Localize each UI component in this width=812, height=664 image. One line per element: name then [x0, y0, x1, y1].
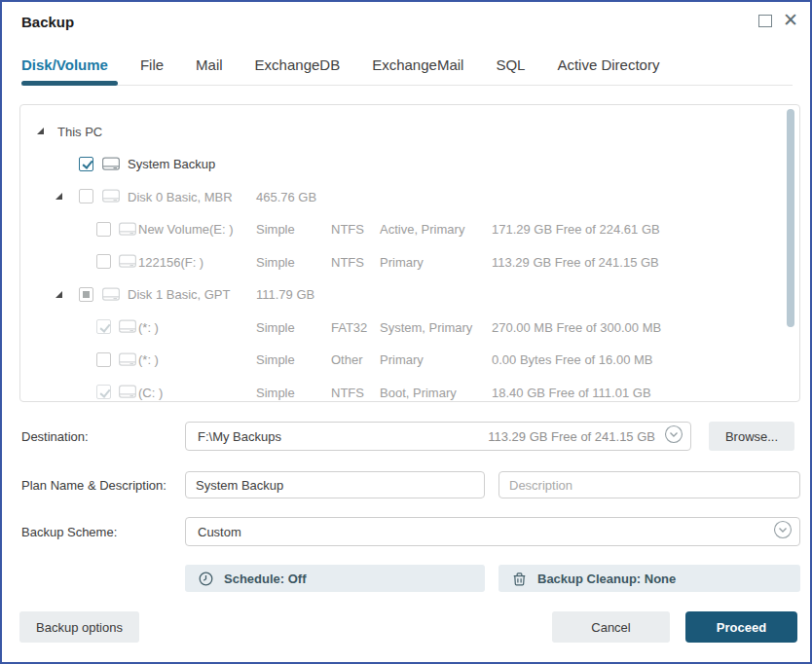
plan-name-label: Plan Name & Description: [21, 478, 166, 493]
hard-drive-icon [102, 157, 120, 174]
destination-label: Destination: [21, 429, 89, 444]
tree-row-3-new-volume-e[interactable]: New Volume(E: )SimpleNTFSActive, Primary… [20, 213, 799, 246]
tab-bar: Disk/VolumeFileMailExchangeDBExchangeMai… [21, 56, 659, 73]
destination-row: Destination: F:\My Backups 113.29 GB Fre… [2, 422, 810, 451]
hard-drive-icon [119, 222, 136, 240]
tree-row-6-[interactable]: (*: )SimpleFAT32System, Primary270.00 MB… [20, 311, 799, 344]
col-filesystem: NTFS [331, 222, 364, 237]
item-name: This PC [57, 124, 102, 138]
col-attributes: Active, Primary [380, 222, 464, 237]
tree-row-7-[interactable]: (*: )SimpleOtherPrimary0.00 Bytes Free o… [20, 344, 799, 377]
tab-exchangedb[interactable]: ExchangeDB [255, 56, 341, 73]
backup-cleanup-button-label: Backup Cleanup: None [537, 572, 676, 586]
tree-row-0-this-pc[interactable]: This PC [20, 115, 799, 148]
item-name: Disk 0 Basic, MBR [128, 189, 233, 203]
item-name: (*: ) [138, 319, 159, 334]
item-name: System Backup [128, 157, 215, 171]
item-name: (*: ) [138, 352, 159, 367]
col-free-space: 113.29 GB Free of 241.15 GB [492, 254, 659, 269]
trash-icon [512, 572, 527, 586]
col-type: Simple [256, 254, 295, 269]
checkbox-unchecked[interactable] [96, 254, 111, 269]
checkbox-checked-disabled[interactable] [96, 385, 111, 399]
tab-active-directory[interactable]: Active Directory [557, 56, 659, 73]
col-filesystem: Other [331, 352, 363, 367]
plan-name-input[interactable] [185, 471, 485, 498]
tab-file[interactable]: File [140, 56, 164, 73]
destination-combobox[interactable]: F:\My Backups 113.29 GB Free of 241.15 G… [185, 422, 691, 451]
disk-tree-panel: This PCSystem BackupDisk 0 Basic, MBR465… [19, 104, 800, 402]
col-filesystem: NTFS [331, 385, 364, 399]
checkbox-unchecked[interactable] [96, 222, 111, 237]
hard-drive-icon [119, 319, 136, 337]
window-title: Backup [21, 14, 74, 30]
backup-window: Backup ✕ Disk/VolumeFileMailExchangeDBEx… [0, 0, 812, 664]
hard-drive-icon [119, 385, 136, 402]
col-type: Simple [256, 352, 295, 367]
tab-sql[interactable]: SQL [496, 56, 525, 73]
backup-scheme-label: Backup Scheme: [21, 525, 117, 539]
col-attributes: Primary [380, 254, 424, 269]
expander-icon[interactable] [55, 291, 62, 298]
scrollbar-thumb[interactable] [787, 109, 794, 327]
tab-mail[interactable]: Mail [196, 56, 223, 73]
backup-scheme-combobox[interactable]: Custom [185, 517, 800, 546]
active-tab-underline [21, 81, 118, 86]
scheme-row: Backup Scheme: Custom [2, 517, 810, 546]
cancel-button[interactable]: Cancel [552, 611, 670, 643]
item-name: 122156(F: ) [138, 254, 203, 269]
tree-row-2-disk-0-basic-mbr[interactable]: Disk 0 Basic, MBR465.76 GB [20, 180, 799, 213]
hard-drive-icon [119, 352, 136, 370]
item-name: (C: ) [138, 385, 163, 399]
plan-row: Plan Name & Description: [2, 471, 810, 498]
tab-exchangemail[interactable]: ExchangeMail [372, 56, 463, 73]
col-type: 111.79 GB [256, 287, 314, 302]
hard-drive-icon [102, 189, 120, 206]
destination-value: F:\My Backups [198, 429, 281, 444]
chevron-down-icon[interactable] [664, 424, 683, 448]
col-type: 465.76 GB [256, 189, 316, 203]
backup-options-button[interactable]: Backup options [19, 611, 139, 643]
checkbox-checked-disabled[interactable] [96, 319, 111, 334]
checkbox-unchecked[interactable] [79, 189, 93, 203]
checkbox-unchecked[interactable] [96, 352, 111, 367]
item-name: Disk 1 Basic, GPT [128, 287, 230, 302]
description-input[interactable] [498, 471, 800, 498]
checkbox-partial[interactable] [79, 287, 93, 302]
expander-icon[interactable] [55, 193, 62, 200]
col-filesystem: NTFS [331, 254, 364, 269]
browse-button[interactable]: Browse... [709, 422, 794, 451]
col-attributes: System, Primary [380, 319, 472, 334]
close-icon[interactable]: ✕ [783, 8, 798, 34]
col-filesystem: FAT32 [331, 319, 367, 334]
schedule-button-label: Schedule: Off [224, 572, 307, 586]
maximize-icon[interactable] [758, 15, 772, 27]
col-attributes: Primary [380, 352, 424, 367]
col-free-space: 270.00 MB Free of 300.00 MB [492, 319, 661, 334]
checkbox-checked[interactable] [79, 157, 93, 171]
col-attributes: Boot, Primary [380, 385, 457, 399]
backup-cleanup-button[interactable]: Backup Cleanup: None [498, 565, 800, 592]
tree-row-5-disk-1-basic-gpt[interactable]: Disk 1 Basic, GPT111.79 GB [20, 278, 799, 312]
chevron-down-icon[interactable] [773, 520, 793, 543]
tab-divider [21, 85, 793, 86]
hard-drive-icon [119, 254, 136, 272]
proceed-button[interactable]: Proceed [685, 611, 797, 643]
backup-scheme-value: Custom [198, 525, 241, 539]
schedule-button[interactable]: Schedule: Off [185, 565, 485, 592]
col-type: Simple [256, 319, 295, 334]
item-name: New Volume(E: ) [138, 222, 234, 237]
col-type: Simple [256, 222, 295, 237]
col-free-space: 18.40 GB Free of 111.01 GB [492, 385, 651, 399]
tree-row-4-122156-f[interactable]: 122156(F: )SimpleNTFSPrimary113.29 GB Fr… [20, 245, 799, 278]
col-type: Simple [256, 385, 295, 399]
tree-row-1-system-backup[interactable]: System Backup [20, 148, 799, 181]
col-free-space: 0.00 Bytes Free of 16.00 MB [492, 352, 652, 367]
clock-icon [199, 572, 213, 586]
tree-row-8-c[interactable]: (C: )SimpleNTFSBoot, Primary18.40 GB Fre… [20, 376, 799, 402]
schedule-row: Schedule: Off Backup Cleanup: None [2, 565, 810, 592]
col-free-space: 171.29 GB Free of 224.61 GB [492, 222, 660, 237]
expander-icon[interactable] [37, 128, 44, 134]
destination-free-space: 113.29 GB Free of 241.15 GB [488, 429, 655, 444]
tab-disk-volume[interactable]: Disk/Volume [21, 56, 108, 73]
